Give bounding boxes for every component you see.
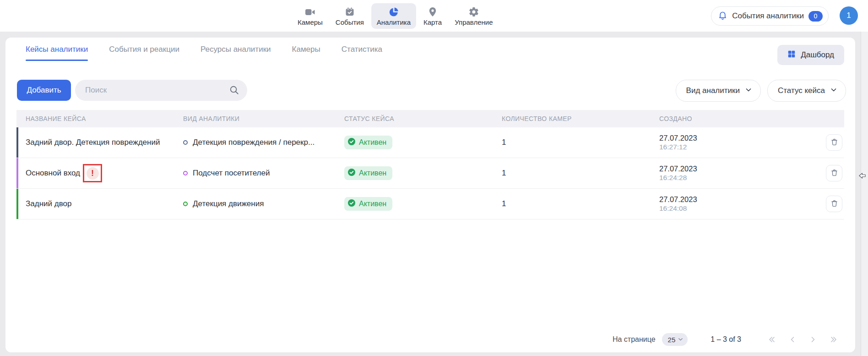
- search-input[interactable]: [75, 80, 247, 101]
- status-badge: Активен: [344, 166, 392, 180]
- per-page-label: На странице: [613, 335, 656, 344]
- nav-item-management[interactable]: Управление: [449, 3, 498, 29]
- tabs: Кейсы аналитики События и реакции Ресурс…: [26, 45, 382, 61]
- topbar: Камеры События Аналитика Карта: [0, 0, 868, 32]
- tab-events-reactions[interactable]: События и реакции: [109, 45, 179, 61]
- nav-label: События: [336, 18, 364, 26]
- camera-count: 1: [502, 169, 659, 178]
- nav-label: Карта: [423, 18, 442, 26]
- trash-icon: [830, 199, 839, 209]
- created-date: 27.07.2023: [659, 164, 802, 173]
- tab-analytics-cases[interactable]: Кейсы аналитики: [26, 45, 88, 61]
- check-circle-icon: [347, 199, 356, 209]
- filter-label: Вид аналитики: [686, 86, 740, 95]
- next-page-button[interactable]: [808, 335, 818, 344]
- analytics-pie-icon: [388, 6, 399, 17]
- created-time: 16:24:08: [659, 204, 802, 213]
- add-button[interactable]: Добавить: [17, 80, 71, 101]
- analytics-page: Камеры События Аналитика Карта: [0, 0, 868, 356]
- analytics-type-circle-icon: [183, 171, 188, 175]
- analytics-type-label: Детекция движения: [193, 199, 264, 208]
- created-cell: 27.07.2023 16:24:28: [659, 164, 802, 182]
- table-header: НАЗВАНИЕ КЕЙСА ВИД АНАЛИТИКИ СТАТУС КЕЙС…: [16, 110, 844, 127]
- chevron-down-icon: [678, 336, 684, 344]
- filter-label: Статус кейса: [778, 86, 825, 95]
- created-time: 16:24:28: [659, 173, 802, 182]
- chevron-down-icon: [830, 86, 837, 96]
- tab-cameras[interactable]: Камеры: [292, 45, 320, 61]
- filter-case-status[interactable]: Статус кейса: [767, 80, 846, 102]
- search-field: [75, 80, 247, 101]
- row-accent-bar: [16, 189, 18, 219]
- delete-button[interactable]: [826, 165, 842, 181]
- chevron-down-icon: [745, 86, 752, 96]
- events-count-badge: 0: [808, 11, 823, 22]
- check-circle-icon: [347, 168, 356, 178]
- table-row[interactable]: Задний двор. Детекция повреждений Детекц…: [16, 127, 844, 158]
- created-time: 16:27:12: [659, 142, 802, 152]
- tab-statistics[interactable]: Статистика: [342, 45, 382, 61]
- window-scrollbar[interactable]: [861, 32, 868, 356]
- camera-icon: [304, 6, 316, 17]
- delete-button[interactable]: [826, 196, 842, 212]
- status-label: Активен: [359, 200, 386, 208]
- created-date: 27.07.2023: [659, 195, 802, 204]
- prev-page-button[interactable]: [788, 335, 797, 344]
- analytics-type-circle-icon: [183, 140, 188, 145]
- trash-icon: [830, 137, 839, 148]
- cases-table-body: Задний двор. Детекция повреждений Детекц…: [16, 127, 844, 219]
- created-cell: 27.07.2023 16:24:08: [659, 195, 802, 213]
- range-text: 1 – 3 of 3: [711, 335, 741, 344]
- created-cell: 27.07.2023 16:27:12: [659, 133, 802, 152]
- avatar[interactable]: 1: [840, 6, 858, 25]
- dashboard-button-label: Дашборд: [801, 50, 834, 60]
- analytics-events-button[interactable]: События аналитики 0: [711, 6, 829, 26]
- row-accent-bar: [16, 158, 18, 188]
- per-page-select[interactable]: 25: [662, 333, 688, 346]
- tab-analytics-resources[interactable]: Ресурсы аналитики: [201, 45, 271, 61]
- nav-item-cameras[interactable]: Камеры: [292, 3, 328, 29]
- nav-label: Аналитика: [377, 18, 411, 26]
- exclamation-icon: !: [87, 167, 99, 180]
- table-row[interactable]: Основной вход ! Подсчет посетителей Акти…: [16, 158, 844, 189]
- nav-item-map[interactable]: Карта: [418, 3, 447, 29]
- filters: Вид аналитики Статус кейса: [676, 80, 846, 102]
- trash-icon: [830, 168, 839, 178]
- col-analytics-type: ВИД АНАЛИТИКИ: [183, 115, 344, 122]
- pager-buttons: [767, 335, 839, 344]
- analytics-type-label: Подсчет посетителей: [193, 169, 270, 178]
- camera-count: 1: [502, 199, 659, 208]
- nav-item-events[interactable]: События: [330, 3, 369, 29]
- nav-label: Камеры: [298, 18, 323, 26]
- status-badge: Активен: [344, 136, 392, 149]
- pagination: На странице 25 1 – 3 of 3: [613, 331, 839, 348]
- nav-label: Управление: [455, 18, 493, 26]
- delete-button[interactable]: [826, 134, 842, 151]
- content-card: Кейсы аналитики События и реакции Ресурс…: [5, 38, 855, 352]
- gear-icon: [468, 6, 479, 17]
- main-nav: Камеры События Аналитика Карта: [292, 1, 499, 30]
- check-circle-icon: [347, 137, 356, 148]
- alert-highlight-box: !: [83, 164, 102, 182]
- last-page-button[interactable]: [829, 335, 839, 344]
- case-name: Задний двор: [26, 199, 71, 208]
- case-name: Основной вход: [26, 169, 80, 178]
- col-case-name: НАЗВАНИЕ КЕЙСА: [26, 115, 183, 122]
- dashboard-grid-icon: [787, 50, 796, 60]
- table-row[interactable]: Задний двор Детекция движения Активен 1 …: [16, 189, 844, 219]
- created-date: 27.07.2023: [659, 133, 802, 142]
- map-pin-icon: [427, 6, 438, 17]
- col-created: СОЗДАНО: [659, 115, 802, 122]
- bell-icon: [718, 11, 727, 22]
- col-camera-count: КОЛИЧЕСТВО КАМЕР: [502, 115, 659, 122]
- nav-item-analytics[interactable]: Аналитика: [371, 3, 416, 29]
- camera-count: 1: [502, 138, 659, 147]
- analytics-type-label: Детекция повреждения / перекр...: [193, 138, 315, 147]
- dashboard-button[interactable]: Дашборд: [777, 45, 844, 65]
- per-page-value: 25: [668, 336, 676, 344]
- case-name: Задний двор. Детекция повреждений: [26, 138, 160, 147]
- first-page-button[interactable]: [767, 335, 776, 344]
- status-badge: Активен: [344, 197, 392, 211]
- col-case-status: СТАТУС КЕЙСА: [344, 115, 502, 122]
- filter-analytics-type[interactable]: Вид аналитики: [676, 80, 761, 102]
